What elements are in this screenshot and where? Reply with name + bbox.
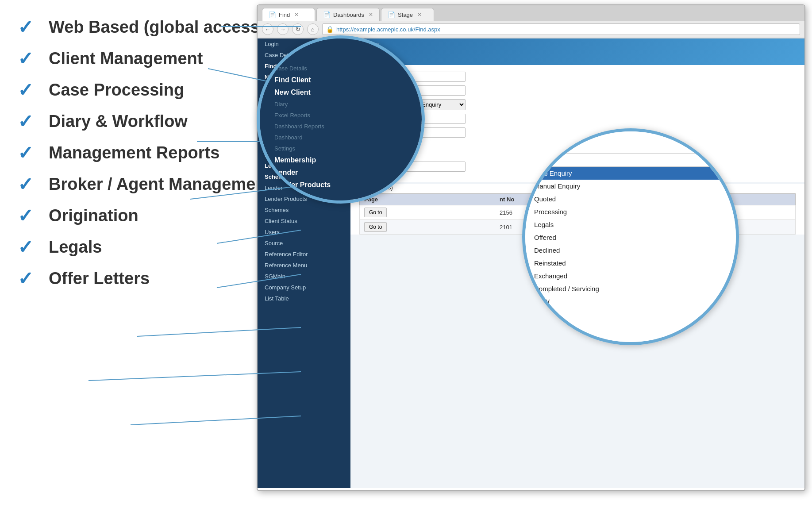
checkmark-icon: ✓: [18, 50, 40, 68]
tab-find[interactable]: 📄 Find ✕: [262, 8, 315, 21]
magnify-nav-item[interactable]: Membership: [271, 154, 411, 166]
feature-label: Management Reports: [49, 143, 219, 162]
checkmark-icon: ✓: [18, 112, 40, 131]
tab-close-button[interactable]: ✕: [294, 12, 299, 18]
tab-label: Find: [279, 12, 290, 18]
nav-item-client-status[interactable]: Client Status: [258, 216, 350, 227]
checkmark-icon: ✓: [18, 18, 40, 37]
feature-item-diary-workflow: ✓ Diary & Workflow: [18, 112, 283, 131]
magnify-dropdown-item[interactable]: Declined: [530, 244, 731, 257]
tab-icon: 📄: [388, 11, 395, 18]
magnify-dropdown-item[interactable]: Processing: [530, 205, 731, 218]
feature-label: Origination: [49, 206, 139, 225]
nav-item-reference-menu[interactable]: Reference Menu: [258, 260, 350, 271]
magnify-circle-dropdown: - All -- All -Web EnquiryManual EnquiryQ…: [522, 128, 739, 345]
feature-item-offer-letters: ✓ Offer Letters: [18, 269, 283, 288]
goto-cell: Go to: [360, 205, 495, 220]
tab-label: Stage: [398, 12, 413, 18]
magnify-dropdown-content: - All -- All -Web EnquiryManual EnquiryQ…: [525, 131, 736, 342]
feature-label: Diary & Workflow: [49, 112, 188, 131]
lock-icon: 🔒: [326, 26, 334, 33]
form-row-surname: Surname :: [359, 72, 796, 82]
magnify-dropdown-item[interactable]: Reinstated: [530, 257, 731, 269]
magnify-dropdown-item[interactable]: Quoted: [530, 192, 731, 205]
magnify-dropdown-item[interactable]: Web Enquiry: [530, 167, 731, 180]
tab-close-button[interactable]: ✕: [417, 12, 422, 18]
feature-label: Offer Letters: [49, 269, 150, 288]
tab-stage[interactable]: 📄 Stage ✕: [381, 8, 434, 21]
checkmark-icon: ✓: [18, 269, 40, 288]
magnify-nav-item[interactable]: Dashboard: [271, 132, 411, 143]
magnify-sidebar-content: LoginCase DetailsFind ClientNew ClientDi…: [260, 38, 422, 200]
feature-label: Client Management: [49, 49, 203, 68]
forward-button[interactable]: →: [277, 23, 289, 35]
magnify-nav-item[interactable]: Login: [271, 52, 411, 63]
address-url: https://example.acmeplc.co.uk/Find.aspx: [336, 26, 440, 33]
magnify-dropdown-item[interactable]: Hold: [530, 308, 731, 321]
magnify-dropdown-item[interactable]: Legals: [530, 218, 731, 231]
back-button[interactable]: ←: [262, 23, 273, 35]
nav-item-schemes2[interactable]: Schemes: [258, 204, 350, 216]
feature-item-origination: ✓ Origination: [18, 206, 283, 225]
checkmark-icon: ✓: [18, 207, 40, 225]
form-row-status: Status : - All -- All -Web EnquiryManual…: [359, 99, 796, 110]
feature-list: ✓ Web Based (global access)✓ Client Mana…: [0, 0, 301, 512]
nav-item-list-table[interactable]: List Table: [258, 293, 350, 304]
form-row-firstname: First Name :: [359, 85, 796, 96]
goto-button[interactable]: Go to: [364, 222, 387, 232]
feature-item-case-processing: ✓ Case Processing: [18, 81, 283, 100]
checkmark-icon: ✓: [18, 81, 40, 100]
goto-button[interactable]: Go to: [364, 208, 387, 217]
magnify-nav-item[interactable]: Excel Reports: [271, 110, 411, 121]
browser-tabs: 📄 Find ✕📄 Dashboards ✕📄 Stage ✕: [258, 5, 804, 21]
magnify-nav-item[interactable]: Dashboard Reports: [271, 121, 411, 132]
nav-item-source[interactable]: Source: [258, 238, 350, 249]
feature-label: Web Based (global access): [49, 18, 265, 37]
magnify-dropdown-item[interactable]: - All -: [530, 154, 731, 167]
form-row-company: Co :: [359, 127, 796, 138]
magnify-circle-sidebar: LoginCase DetailsFind ClientNew ClientDi…: [257, 35, 425, 204]
tab-label: Dashboards: [333, 12, 364, 18]
feature-item-web-based: ✓ Web Based (global access): [18, 18, 283, 37]
checkmark-icon: ✓: [18, 175, 40, 194]
magnify-dropdown-item[interactable]: NPW: [530, 295, 731, 308]
address-bar[interactable]: 🔒 https://example.acmeplc.co.uk/Find.asp…: [322, 23, 800, 35]
feature-label: Broker / Agent Management: [49, 175, 271, 194]
magnify-dropdown-item[interactable]: Manual Enquiry: [530, 180, 731, 192]
magnify-nav-item[interactable]: Settings: [271, 143, 411, 154]
bdm-input[interactable]: [404, 162, 466, 172]
feature-label: Case Processing: [49, 81, 184, 100]
nav-item-sgmain[interactable]: SGMain: [258, 271, 350, 282]
reload-button[interactable]: ↻: [292, 23, 304, 35]
tab-close-button[interactable]: ✕: [369, 12, 373, 18]
feature-item-client-mgmt: ✓ Client Management: [18, 49, 283, 68]
tab-dashboards[interactable]: 📄 Dashboards ✕: [316, 8, 380, 21]
feature-item-broker-agent: ✓ Broker / Agent Management: [18, 175, 283, 194]
magnify-nav-item[interactable]: Case Details: [271, 63, 411, 74]
magnify-dropdown-item[interactable]: Exchanged: [530, 269, 731, 282]
tab-icon: 📄: [323, 11, 331, 18]
feature-item-legals: ✓ Legals: [18, 238, 283, 257]
magnify-nav-item[interactable]: Find Client: [271, 74, 411, 86]
tab-icon: 📄: [269, 11, 276, 18]
browser-chrome: 📄 Find ✕📄 Dashboards ✕📄 Stage ✕ ← → ↻ ⌂ …: [258, 5, 804, 38]
magnify-dropdown-item[interactable]: Completed / Servicing: [530, 282, 731, 295]
magnify-nav-item[interactable]: Lender: [271, 166, 411, 179]
col-page: Page: [360, 194, 495, 205]
checkmark-icon: ✓: [18, 238, 40, 257]
magnify-dropdown-item[interactable]: Offered: [530, 231, 731, 244]
dashboard-icon-area: [350, 38, 804, 65]
home-button[interactable]: ⌂: [307, 23, 319, 35]
nav-item-company-setup[interactable]: Company Setup: [258, 282, 350, 293]
magnify-nav-item[interactable]: Diary: [271, 99, 411, 110]
goto-cell: Go to: [360, 220, 495, 235]
feature-item-mgmt-reports: ✓ Management Reports: [18, 143, 283, 162]
nav-item-reference-editor[interactable]: Reference Editor: [258, 249, 350, 260]
magnify-nav-item[interactable]: New Client: [271, 86, 411, 99]
nav-item-users[interactable]: Users: [258, 227, 350, 238]
checkmark-icon: ✓: [18, 144, 40, 162]
feature-label: Legals: [49, 238, 102, 257]
